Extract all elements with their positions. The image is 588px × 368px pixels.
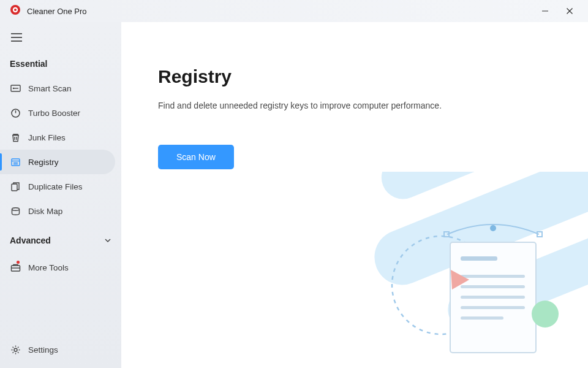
sidebar-item-label: More Tools bbox=[28, 263, 69, 272]
registry-icon bbox=[10, 156, 21, 167]
sidebar-item-registry[interactable]: Registry bbox=[0, 150, 115, 174]
turbo-booster-icon bbox=[10, 107, 21, 118]
sidebar-spacer bbox=[0, 280, 121, 337]
gear-icon bbox=[10, 344, 21, 355]
window-controls bbox=[534, 2, 581, 20]
smart-scan-icon bbox=[10, 83, 21, 94]
svg-point-21 bbox=[12, 207, 19, 210]
svg-rect-27 bbox=[442, 205, 588, 337]
illustration bbox=[349, 172, 588, 368]
disk-map-icon bbox=[10, 205, 21, 217]
sidebar-item-label: Smart Scan bbox=[28, 84, 72, 93]
svg-rect-31 bbox=[461, 275, 525, 278]
junk-files-icon bbox=[10, 132, 21, 143]
svg-rect-35 bbox=[461, 316, 503, 320]
svg-rect-32 bbox=[461, 285, 525, 288]
svg-point-2 bbox=[14, 9, 17, 11]
svg-rect-30 bbox=[461, 256, 497, 261]
sidebar-item-label: Disk Map bbox=[28, 207, 62, 216]
svg-rect-20 bbox=[12, 184, 17, 191]
titlebar: Cleaner One Pro bbox=[0, 0, 588, 22]
window: Cleaner One Pro Essential Smart Scan bbox=[0, 0, 588, 368]
sidebar-item-label: Settings bbox=[28, 345, 58, 355]
essential-label: Essential bbox=[10, 59, 47, 69]
sidebar-item-settings[interactable]: Settings bbox=[0, 337, 121, 362]
svg-rect-37 bbox=[444, 232, 449, 237]
sidebar-item-label: Duplicate Files bbox=[28, 182, 83, 191]
svg-marker-36 bbox=[451, 270, 469, 289]
notification-dot-icon bbox=[17, 261, 20, 264]
titlebar-left: Cleaner One Pro bbox=[10, 4, 87, 18]
sidebar-item-label: Turbo Booster bbox=[28, 109, 80, 118]
svg-rect-38 bbox=[537, 232, 542, 237]
svg-point-40 bbox=[532, 301, 559, 328]
sidebar-item-label: Registry bbox=[28, 158, 59, 167]
svg-rect-25 bbox=[375, 172, 588, 205]
sidebar-item-label: Junk Files bbox=[28, 133, 66, 142]
page-title: Registry bbox=[158, 66, 588, 87]
sidebar: Essential Smart Scan Turbo Booster Junk … bbox=[0, 22, 121, 368]
scan-now-button[interactable]: Scan Now bbox=[158, 145, 234, 169]
svg-rect-34 bbox=[461, 306, 525, 309]
sidebar-item-more-tools[interactable]: More Tools bbox=[0, 255, 121, 280]
svg-rect-16 bbox=[12, 159, 20, 166]
app-title: Cleaner One Pro bbox=[27, 7, 87, 16]
close-button[interactable] bbox=[559, 2, 581, 20]
sidebar-item-duplicate-files[interactable]: Duplicate Files bbox=[0, 174, 121, 199]
advanced-label: Advanced bbox=[10, 236, 51, 245]
svg-rect-33 bbox=[461, 296, 525, 299]
minimize-button[interactable] bbox=[534, 2, 556, 20]
hamburger-button[interactable] bbox=[0, 27, 121, 53]
sidebar-item-turbo-booster[interactable]: Turbo Booster bbox=[0, 101, 121, 125]
svg-rect-26 bbox=[366, 172, 588, 293]
more-tools-icon bbox=[10, 262, 21, 273]
page-description: Find and delete unneeded registry keys t… bbox=[158, 101, 588, 110]
main-content: Registry Find and delete unneeded regist… bbox=[121, 27, 588, 368]
sidebar-item-smart-scan[interactable]: Smart Scan bbox=[0, 76, 121, 101]
essential-section-title: Essential bbox=[0, 53, 121, 76]
body: Essential Smart Scan Turbo Booster Junk … bbox=[0, 22, 588, 368]
advanced-section-title[interactable]: Advanced bbox=[0, 229, 121, 253]
chevron-down-icon bbox=[104, 237, 111, 244]
app-logo-icon bbox=[10, 4, 21, 18]
duplicate-files-icon bbox=[10, 181, 21, 192]
sidebar-item-disk-map[interactable]: Disk Map bbox=[0, 199, 121, 223]
svg-point-24 bbox=[14, 348, 17, 351]
svg-rect-29 bbox=[450, 242, 536, 353]
sidebar-item-junk-files[interactable]: Junk Files bbox=[0, 125, 121, 150]
svg-point-39 bbox=[490, 225, 496, 231]
svg-point-28 bbox=[392, 236, 490, 334]
svg-point-11 bbox=[12, 87, 13, 88]
